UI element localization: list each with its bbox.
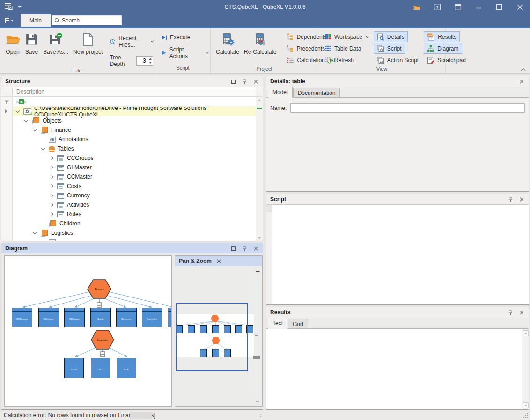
tree-row-costs[interactable]: Costs [13,181,256,191]
tab-documentation[interactable]: Documentation [293,88,340,97]
chevron-down-icon[interactable] [33,231,37,234]
diagram-node-truck[interactable]: Truck [64,358,84,378]
minimize-button[interactable] [468,0,489,14]
chevron-down-icon[interactable] [41,146,45,150]
diagram-node-logistics[interactable]: Logistics [91,330,114,350]
workspace-button[interactable]: Workspace [321,31,372,42]
diagram-node-finance[interactable]: Finance [87,279,111,299]
zoom-slider-track[interactable] [257,278,257,393]
calculate-button[interactable]: Calculate [213,30,242,55]
resize-grip[interactable] [523,413,528,418]
description-column-header[interactable]: Description [13,87,256,96]
diagram-node-flt[interactable]: FLT [91,358,110,378]
close-panel-button[interactable] [517,78,526,86]
pin-button[interactable] [240,78,249,86]
name-field[interactable] [290,103,525,113]
close-panel-button[interactable] [251,78,260,86]
spin-up-icon[interactable] [149,58,152,60]
results-output[interactable] [266,329,529,409]
tab-model[interactable]: Model [268,87,293,98]
execute-button[interactable]: Execute [161,34,208,41]
pin-button[interactable] [240,245,249,253]
app-menu-caret-icon[interactable] [18,6,22,8]
close-panel-button[interactable] [251,245,260,253]
filter-row[interactable]: ABC [13,97,256,107]
scroll-down-button[interactable] [523,402,529,408]
close-panel-button[interactable] [517,196,526,203]
chevron-down-icon[interactable] [24,118,28,122]
chevron-right-icon[interactable] [50,203,53,207]
tree-row-finance[interactable]: Finance [13,125,256,135]
tab-text[interactable]: Text [268,318,287,329]
tree-row-activities[interactable]: Activities [13,200,256,210]
recent-files-button[interactable]: Recent Files... [110,35,153,48]
diagram-node-rules[interactable]: Rules [168,308,172,327]
diagram-node-currency[interactable]: Currency [116,308,137,327]
window-layout-button[interactable] [448,0,468,14]
script-actions-button[interactable]: Script Actions [161,46,208,59]
scroll-up-icon[interactable] [258,99,261,101]
pin-button[interactable] [506,309,515,317]
table-data-button[interactable]: Table Data [321,43,364,54]
save-button[interactable]: Save [22,30,41,55]
app-icon[interactable] [5,3,14,12]
details-toggle-button[interactable]: Details [374,31,408,42]
open-button[interactable]: Open [3,30,22,55]
maximize-panel-button[interactable] [229,245,237,253]
structure-scrollbar[interactable] [256,97,263,241]
help-button[interactable]: ? [427,0,448,14]
script-editor[interactable] [266,204,529,304]
pan-zoom-body[interactable]: + − [175,266,262,406]
diagram-node-activities[interactable]: Activities [142,308,162,327]
tree-row-children[interactable]: Children [13,219,256,228]
chevron-right-icon[interactable] [50,156,53,160]
tree-depth-input[interactable] [137,57,147,65]
tree-row-logistics[interactable]: Logistics [13,228,256,238]
tree-row-annotations[interactable]: Annotations [13,135,256,144]
action-script-button[interactable]: fx Action Script [374,55,422,65]
zoom-slider-handle[interactable] [253,356,260,359]
tab-main[interactable]: Main [21,14,51,27]
results-scrollbar[interactable] [522,329,529,409]
tree-row-tables[interactable]: Tables [13,144,256,153]
diagram-canvas[interactable]: Finance CCGroups GLMaster CCMaster Costs… [4,255,172,407]
tree-depth-stepper[interactable] [136,56,153,66]
refresh-button[interactable]: Refresh [321,55,357,65]
diagram-node-ccmaster[interactable]: CCMaster [64,308,85,327]
scroll-down-icon[interactable] [258,237,261,239]
pin-button[interactable] [506,196,515,203]
save-as-button[interactable]: Save As... [41,30,71,55]
tree-row-project-file[interactable]: C:\Users\MarkDiamond\OneDrive - PrimeTho… [13,107,256,116]
maximize-panel-button[interactable] [229,78,237,86]
zoom-out-button[interactable]: − [255,398,259,406]
tab-grid[interactable]: Grid [288,319,308,328]
funnel-icon[interactable] [4,100,9,106]
diagram-node-glmaster[interactable]: GLMaster [38,308,59,327]
scroll-up-button[interactable] [523,330,529,336]
diagram-node-fte[interactable]: FTE [117,358,136,378]
close-panel-button[interactable] [517,309,526,317]
chevron-down-icon[interactable] [16,109,20,113]
tree-row-partial[interactable] [13,238,256,241]
viewport-rectangle[interactable] [176,303,248,371]
chevron-right-icon[interactable] [50,212,53,216]
chevron-down-icon[interactable] [33,128,37,131]
ribbon-search[interactable] [52,15,122,25]
chevron-right-icon[interactable] [50,194,53,197]
diagram-node-ccgroups[interactable]: CCGroups [12,308,32,327]
script-toggle-button[interactable]: fx Script [374,43,405,54]
open-folder-button[interactable] [406,0,427,14]
tree-row-glmaster[interactable]: GLMaster [13,163,256,172]
tree-row-ccgroups[interactable]: CCGroups [13,153,256,163]
chevron-right-icon[interactable] [50,166,53,169]
recalculate-button[interactable]: Re-Calculate [242,30,279,55]
tree-row-currency[interactable]: Currency [13,191,256,200]
diagram-node-costs[interactable]: Costs [90,308,111,327]
new-project-button[interactable]: New project [71,30,105,55]
zoom-in-button[interactable]: + [256,267,260,275]
search-input[interactable] [62,17,117,24]
app-menu-button[interactable] [0,14,17,27]
ribbon-collapse-button[interactable] [521,67,525,72]
tree-row-ccmaster[interactable]: CCMaster [13,172,256,181]
chevron-right-icon[interactable] [50,184,53,188]
